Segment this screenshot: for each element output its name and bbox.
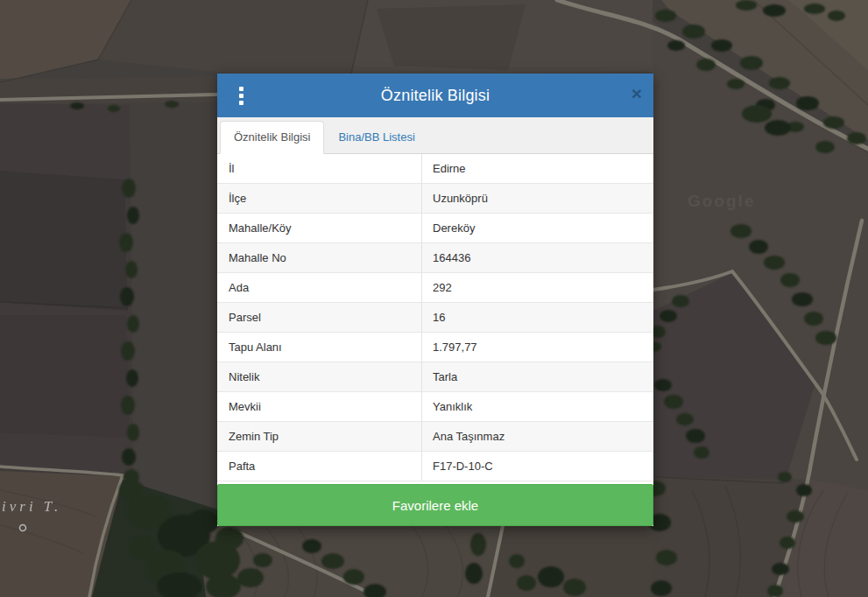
table-row: Parsel 16 [217, 303, 653, 333]
table-row: Nitelik Tarla [217, 362, 653, 392]
table-row: Ada 292 [217, 273, 653, 303]
field-label: Nitelik [217, 362, 422, 391]
close-icon[interactable]: × [632, 84, 642, 102]
field-label: Ada [217, 273, 422, 302]
table-row: İlçe Uzunköprü [217, 184, 653, 214]
field-value: Tarla [422, 362, 653, 391]
field-value: Dereköy [422, 214, 653, 242]
table-row: Mahalle/Köy Dereköy [217, 214, 653, 243]
tab-oznitelik-bilgisi[interactable]: Öznitelik Bilgisi [220, 121, 324, 154]
table-row: Mahalle No 164436 [217, 243, 653, 273]
table-row: İl Edirne [217, 154, 653, 184]
field-label: Pafta [217, 452, 422, 481]
field-value: Yanıklık [422, 392, 653, 421]
tab-bina-bb-listesi[interactable]: Bina/BB Listesi [324, 121, 428, 154]
field-label: Tapu Alanı [217, 333, 422, 362]
table-row: Pafta F17-D-10-C [217, 452, 653, 481]
attribute-info-modal: Öznitelik Bilgisi × Öznitelik Bilgisi Bi… [217, 74, 653, 526]
table-row: Mevkii Yanıklık [217, 392, 653, 422]
field-label: Zemin Tip [217, 422, 422, 451]
field-value: F17-D-10-C [422, 452, 653, 481]
table-row: Tapu Alanı 1.797,77 [217, 333, 653, 362]
field-value: Uzunköprü [422, 184, 653, 213]
field-label: İl [217, 154, 422, 183]
field-label: İlçe [217, 184, 422, 213]
field-value: 292 [422, 273, 653, 302]
field-label: Mahalle No [217, 243, 422, 272]
modal-header: Öznitelik Bilgisi × [217, 74, 653, 117]
field-label: Mevkii [217, 392, 422, 421]
modal-title: Öznitelik Bilgisi [217, 87, 653, 105]
field-value: 164436 [422, 243, 653, 272]
field-value: Ana Taşınmaz [422, 422, 653, 451]
field-value: Edirne [422, 154, 653, 183]
table-row: Zemin Tip Ana Taşınmaz [217, 422, 653, 452]
tab-bar: Öznitelik Bilgisi Bina/BB Listesi [217, 117, 653, 154]
attribute-table: İl Edirne İlçe Uzunköprü Mahalle/Köy Der… [217, 154, 653, 481]
field-value: 16 [422, 303, 653, 332]
field-label: Mahalle/Köy [217, 214, 422, 242]
field-value: 1.797,77 [422, 333, 653, 362]
field-label: Parsel [217, 303, 422, 332]
add-to-favorites-button[interactable]: Favorilere ekle [217, 484, 653, 526]
